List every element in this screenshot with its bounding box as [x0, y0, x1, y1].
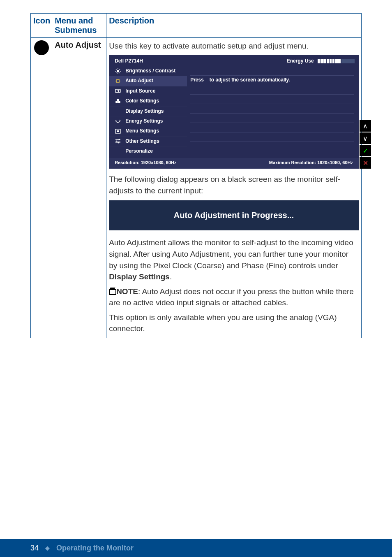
page-number: 34	[30, 544, 39, 552]
osd-menu-color[interactable]: Color Settings	[109, 96, 187, 106]
svg-point-15	[117, 99, 119, 101]
svg-point-22	[116, 141, 118, 142]
svg-point-13	[115, 101, 118, 103]
osd-down-button[interactable]: ∨	[360, 132, 371, 144]
osd-menu-label: Display Settings	[125, 108, 164, 115]
input-source-icon	[115, 88, 121, 94]
osd-menu-label: Auto Adjust	[125, 77, 153, 84]
osd-up-button[interactable]: ∧	[360, 120, 371, 132]
svg-point-14	[118, 101, 120, 103]
other-settings-icon	[115, 138, 121, 144]
auto-adjust-icon	[34, 40, 49, 55]
osd-menu-brightness[interactable]: Brightness / Contrast	[109, 66, 187, 76]
osd-menu-label: Color Settings	[125, 97, 159, 104]
osd-title: Dell P2714H	[115, 58, 143, 65]
menu-settings-icon	[115, 128, 121, 135]
osd-menu-label: Other Settings	[125, 138, 159, 145]
osd-menu-display[interactable]: Display Settings	[109, 107, 187, 116]
osd-ok-button[interactable]: ✓	[360, 145, 371, 156]
svg-point-21	[119, 139, 120, 140]
osd-menu-personalize[interactable]: Personalize	[109, 146, 187, 156]
osd-menu-label: Menu Settings	[125, 128, 159, 135]
osd-doc-table: Icon Menu and Submenus Description Auto …	[30, 13, 362, 338]
osd-side-buttons: ∧ ∨ ✓ ✕	[360, 120, 371, 169]
page-footer: 34 ◆ Operating the Monitor	[0, 539, 392, 557]
svg-line-6	[120, 72, 120, 73]
intro-text: Use this key to activate automatic setup…	[109, 40, 359, 52]
osd-resolution-left: Resolution: 1920x1080, 60Hz	[115, 160, 176, 166]
osd-hint-text: to adjust the screen automatically.	[210, 77, 290, 84]
col-header-icon: Icon	[31, 14, 52, 38]
note-block: NOTE: Auto Adjust does not occur if you …	[109, 286, 359, 309]
svg-line-8	[120, 69, 120, 70]
note-icon	[109, 289, 116, 295]
auto-adjust-progress-banner: Auto Adjustment in Progress...	[109, 200, 359, 230]
osd-menu-auto-adjust[interactable]: Auto Adjust	[109, 76, 187, 86]
osd-menu-label: Brightness / Contrast	[125, 67, 175, 74]
osd-resolution-right: Maximum Resolution: 1920x1080, 60Hz	[269, 160, 353, 166]
energy-use-bar	[318, 59, 355, 63]
color-settings-icon	[115, 98, 121, 104]
osd-right-panel: Press to adjust the screen automatically…	[187, 66, 359, 158]
energy-settings-icon	[115, 118, 121, 125]
footer-diamond-icon: ◆	[45, 545, 50, 551]
osd-menu-list: Brightness / Contrast Auto Adjust	[109, 66, 187, 158]
osd-menu-label: Input Source	[125, 88, 155, 95]
description-cell: Use this key to activate automatic setup…	[106, 38, 362, 338]
osd-screenshot: Dell P2714H Energy Use Brightness / Cont…	[109, 55, 359, 169]
footer-section-title: Operating the Monitor	[56, 544, 134, 552]
brightness-icon	[115, 68, 121, 74]
para-vga-only: This option is only available when you a…	[109, 312, 359, 334]
svg-line-7	[116, 72, 117, 73]
svg-rect-17	[117, 130, 119, 132]
para-dialog-intro: The following dialog appears on a black …	[109, 174, 359, 196]
auto-adjust-menu-icon	[115, 78, 121, 84]
col-header-desc: Description	[106, 14, 362, 38]
osd-menu-label: Personalize	[125, 148, 153, 155]
osd-menu-menu-settings[interactable]: Menu Settings	[109, 126, 187, 136]
energy-use-label: Energy Use	[287, 58, 314, 64]
osd-menu-energy[interactable]: Energy Settings	[109, 116, 187, 126]
osd-press-label: Press	[190, 77, 204, 84]
svg-rect-9	[117, 79, 119, 83]
osd-menu-other[interactable]: Other Settings	[109, 137, 187, 146]
display-settings-icon	[115, 108, 121, 114]
svg-line-5	[116, 69, 117, 70]
col-header-menu: Menu and Submenus	[52, 14, 106, 38]
osd-menu-input-source[interactable]: Input Source	[109, 86, 187, 96]
para-auto-adjustment: Auto Adjustment allows the monitor to se…	[109, 237, 359, 282]
table-row: Auto Adjust Use this key to activate aut…	[31, 38, 362, 338]
svg-point-0	[117, 70, 119, 72]
osd-close-button[interactable]: ✕	[360, 157, 371, 169]
svg-point-23	[118, 142, 119, 144]
personalize-icon	[115, 148, 121, 155]
osd-menu-label: Energy Settings	[125, 118, 163, 125]
menu-name: Auto Adjust	[52, 38, 106, 338]
